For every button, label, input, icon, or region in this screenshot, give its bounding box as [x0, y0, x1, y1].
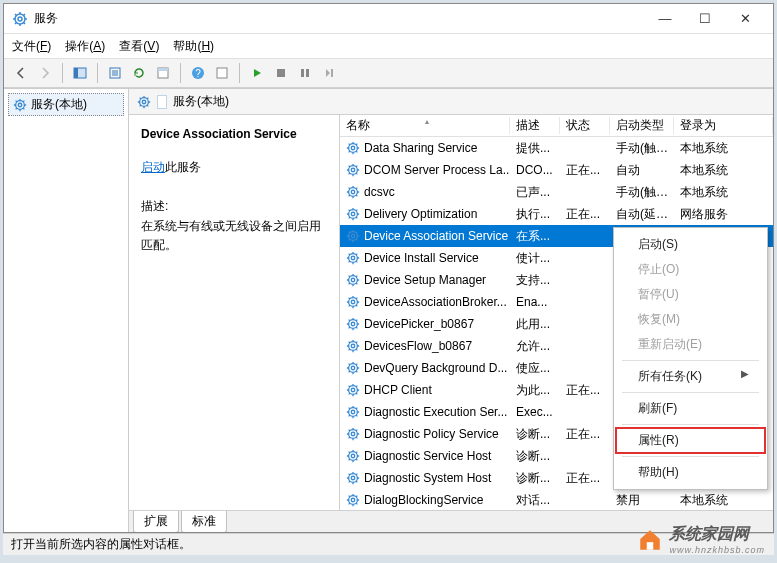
desc-label: 描述: — [141, 197, 327, 216]
service-desc: 诊断... — [510, 448, 560, 465]
column-logon[interactable]: 登录为 — [674, 117, 773, 134]
cm-refresh[interactable]: 刷新(F) — [616, 396, 765, 421]
restart-service-button[interactable] — [318, 62, 340, 84]
watermark: 系统家园网 www.hnzkhbsb.com — [637, 524, 765, 555]
nav-tree[interactable]: 服务(本地) — [4, 89, 129, 532]
tree-root-label: 服务(本地) — [31, 96, 87, 113]
gear-icon — [346, 273, 360, 287]
column-status[interactable]: 状态 — [560, 117, 610, 134]
svg-rect-14 — [647, 542, 654, 550]
service-desc: 为此... — [510, 382, 560, 399]
pause-service-button[interactable] — [294, 62, 316, 84]
service-row[interactable]: dcsvc已声...手动(触发...本地系统 — [340, 181, 773, 203]
gear-icon — [346, 471, 360, 485]
refresh-button[interactable] — [128, 62, 150, 84]
cm-properties[interactable]: 属性(R) — [616, 428, 765, 453]
gear-icon — [346, 251, 360, 265]
service-name: Data Sharing Service — [364, 141, 477, 155]
list-header-bar: 服务(本地) — [129, 89, 773, 115]
service-status: 正在... — [560, 162, 610, 179]
forward-button[interactable] — [34, 62, 56, 84]
service-status: 正在... — [560, 382, 610, 399]
cm-help[interactable]: 帮助(H) — [616, 460, 765, 485]
svg-rect-12 — [306, 69, 309, 77]
cm-start[interactable]: 启动(S) — [616, 232, 765, 257]
menu-action[interactable]: 操作(A) — [65, 38, 105, 55]
cm-pause: 暂停(U) — [616, 282, 765, 307]
cm-stop: 停止(O) — [616, 257, 765, 282]
stop-service-button[interactable] — [270, 62, 292, 84]
service-startup: 自动 — [610, 162, 674, 179]
service-desc: 支持... — [510, 272, 560, 289]
service-desc: 在系... — [510, 228, 560, 245]
gear-icon — [346, 427, 360, 441]
service-name: DeviceAssociationBroker... — [364, 295, 507, 309]
tree-root-node[interactable]: 服务(本地) — [8, 93, 124, 116]
gear-icon — [346, 295, 360, 309]
minimize-button[interactable]: — — [645, 5, 685, 33]
close-button[interactable]: ✕ — [725, 5, 765, 33]
tab-extended[interactable]: 扩展 — [133, 511, 179, 532]
start-service-button[interactable] — [246, 62, 268, 84]
help-button[interactable]: ? — [187, 62, 209, 84]
svg-rect-13 — [331, 69, 333, 77]
service-row[interactable]: Delivery Optimization执行...正在...自动(延迟...网… — [340, 203, 773, 225]
gear-icon — [346, 405, 360, 419]
service-startup: 禁用 — [610, 492, 674, 509]
column-desc[interactable]: 描述 — [510, 117, 560, 134]
start-link[interactable]: 启动 — [141, 160, 165, 174]
action-button[interactable] — [211, 62, 233, 84]
service-logon: 本地系统 — [674, 492, 773, 509]
cm-restart: 重新启动(E) — [616, 332, 765, 357]
maximize-button[interactable]: ☐ — [685, 5, 725, 33]
show-hide-tree-button[interactable] — [69, 62, 91, 84]
svg-rect-9 — [217, 68, 227, 78]
service-name: Diagnostic System Host — [364, 471, 491, 485]
titlebar[interactable]: 服务 — ☐ ✕ — [4, 4, 773, 34]
service-desc: Exec... — [510, 405, 560, 419]
column-name[interactable]: 名称▴ — [340, 117, 510, 134]
service-row[interactable]: Data Sharing Service提供...手动(触发...本地系统 — [340, 137, 773, 159]
menu-view[interactable]: 查看(V) — [119, 38, 159, 55]
service-name: Delivery Optimization — [364, 207, 477, 221]
svg-rect-6 — [158, 68, 168, 71]
menu-help[interactable]: 帮助(H) — [173, 38, 214, 55]
service-desc: 使应... — [510, 360, 560, 377]
gear-icon — [346, 339, 360, 353]
detail-pane: Device Association Service 启动此服务 描述: 在系统… — [129, 115, 339, 510]
menubar: 文件(F) 操作(A) 查看(V) 帮助(H) — [4, 34, 773, 58]
service-startup: 自动(延迟... — [610, 206, 674, 223]
list-header-label: 服务(本地) — [173, 93, 229, 110]
service-logon: 本地系统 — [674, 184, 773, 201]
window-title: 服务 — [34, 10, 645, 27]
export-list-button[interactable] — [104, 62, 126, 84]
properties-button[interactable] — [152, 62, 174, 84]
service-startup: 手动(触发... — [610, 184, 674, 201]
service-desc: Ena... — [510, 295, 560, 309]
service-row[interactable]: DCOM Server Process La...DCO...正在...自动本地… — [340, 159, 773, 181]
back-button[interactable] — [10, 62, 32, 84]
service-name: DHCP Client — [364, 383, 432, 397]
app-icon — [12, 11, 28, 27]
cm-resume: 恢复(M) — [616, 307, 765, 332]
cm-all-tasks[interactable]: 所有任务(K)▶ — [616, 364, 765, 389]
service-desc: 允许... — [510, 338, 560, 355]
svg-rect-10 — [277, 69, 285, 77]
toolbar: ? — [4, 58, 773, 88]
column-startup[interactable]: 启动类型 — [610, 117, 674, 134]
service-name: Device Setup Manager — [364, 273, 486, 287]
service-desc: 使计... — [510, 250, 560, 267]
service-name: Diagnostic Service Host — [364, 449, 491, 463]
svg-rect-11 — [301, 69, 304, 77]
selected-service-title: Device Association Service — [141, 125, 327, 144]
menu-file[interactable]: 文件(F) — [12, 38, 51, 55]
service-row[interactable]: DialogBlockingService对话...禁用本地系统 — [340, 489, 773, 510]
service-name: DialogBlockingService — [364, 493, 483, 507]
service-status: 正在... — [560, 470, 610, 487]
tab-standard[interactable]: 标准 — [181, 511, 227, 532]
service-name: Diagnostic Policy Service — [364, 427, 499, 441]
filter-input[interactable] — [157, 95, 167, 109]
gear-icon — [346, 493, 360, 507]
service-desc: 提供... — [510, 140, 560, 157]
service-desc: DCO... — [510, 163, 560, 177]
